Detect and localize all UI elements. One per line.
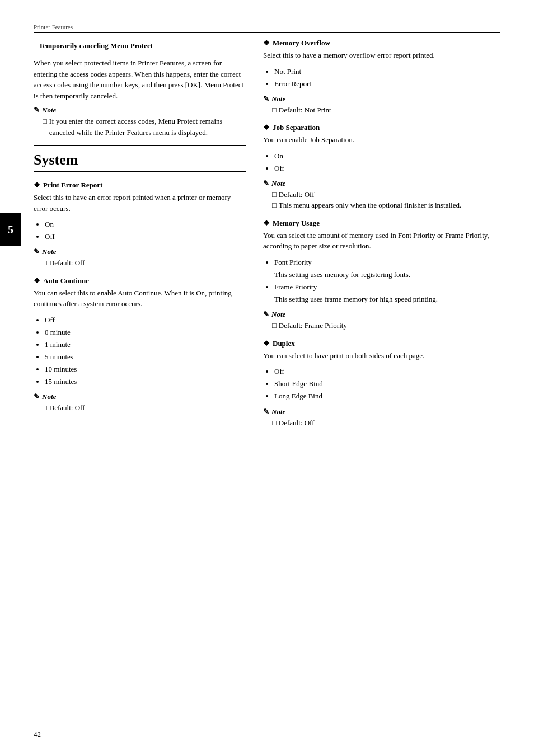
memory-usage-label: Memory Usage (273, 219, 320, 228)
job-separation-desc: You can enable Job Separation. (263, 134, 500, 145)
note-icon-4: ✎ (263, 95, 269, 104)
note-title-7: ✎ Note (263, 407, 500, 416)
js-default: Default: Off (263, 189, 500, 200)
ac-bullet-5: 15 minutes (45, 375, 246, 388)
mu-label-1: Frame Priority (274, 283, 317, 291)
page: Printer Features 5 Temporarily canceling… (0, 0, 534, 756)
note-label-4: Note (271, 95, 285, 104)
auto-continue-title: ❖ Auto Continue (34, 276, 246, 285)
note-icon-6: ✎ (263, 310, 269, 319)
menu-protect-description: When you select protected items in Print… (34, 58, 246, 101)
ac-bullet-2: 1 minute (45, 339, 246, 351)
duplex-default: Default: Off (263, 417, 500, 429)
note-label: Note (42, 106, 56, 115)
js-bullet-0: On (274, 150, 500, 162)
auto-continue-note: ✎ Note Default: Off (34, 392, 246, 414)
mo-bullet-1: Error Report (274, 78, 500, 90)
job-separation-label: Job Separation (273, 123, 320, 132)
diamond-icon-2: ❖ (34, 276, 40, 285)
note-title: ✎ Note (34, 106, 246, 115)
job-separation-bullets: On Off (274, 150, 500, 175)
mu-desc-0: This setting uses memory for registering… (274, 270, 410, 279)
note-icon-5: ✎ (263, 179, 269, 188)
mo-bullet-0: Not Print (274, 65, 500, 78)
note-title-6: ✎ Note (263, 310, 500, 319)
auto-continue-section: ❖ Auto Continue You can select this to e… (34, 276, 246, 414)
auto-continue-label: Auto Continue (43, 276, 89, 285)
memory-overflow-label: Memory Overflow (273, 39, 330, 48)
duplex-note: ✎ Note Default: Off (263, 407, 500, 429)
memory-usage-section: ❖ Memory Usage You can select the amount… (263, 219, 500, 331)
memory-usage-note: ✎ Note Default: Frame Priority (263, 310, 500, 331)
chapter-tab: 5 (0, 213, 21, 246)
menu-protect-note: ✎ Note If you enter the correct access c… (34, 106, 246, 138)
note-title-3: ✎ Note (34, 392, 246, 401)
print-error-report-desc: Select this to have an error report prin… (34, 192, 246, 214)
bullet-off: Off (45, 231, 246, 243)
auto-continue-bullets: Off 0 minute 1 minute 5 minutes 10 minut… (45, 314, 246, 388)
print-error-report-bullets: On Off (45, 218, 246, 243)
mo-default: Default: Not Print (263, 105, 500, 116)
page-number: 42 (34, 730, 41, 739)
diamond-icon-3: ❖ (263, 39, 270, 48)
duplex-bullets: Off Short Edge Bind Long Edge Bind (274, 365, 500, 402)
mu-bullet-1: Frame Priority This setting uses frame m… (274, 281, 500, 306)
note-title-5: ✎ Note (263, 179, 500, 188)
menu-protect-title: Temporarily canceling Menu Protect (34, 39, 246, 53)
print-error-report-section: ❖ Print Error Report Select this to have… (34, 181, 246, 269)
chapter-number: 5 (8, 223, 13, 236)
duplex-bullet-0: Off (274, 365, 500, 378)
note-icon-2: ✎ (34, 247, 40, 256)
note-label-5: Note (271, 179, 285, 188)
memory-overflow-note: ✎ Note Default: Not Print (263, 95, 500, 116)
memory-overflow-bullets: Not Print Error Report (274, 65, 500, 90)
memory-overflow-desc: Select this to have a memory overflow er… (263, 50, 500, 61)
memory-usage-title: ❖ Memory Usage (263, 219, 500, 228)
note-icon-7: ✎ (263, 407, 269, 416)
memory-usage-bullets: Font Priority This setting uses memory f… (274, 256, 500, 306)
job-separation-title: ❖ Job Separation (263, 123, 500, 132)
note-label-7: Note (271, 407, 285, 416)
right-column: ❖ Memory Overflow Select this to have a … (263, 39, 500, 436)
left-column: Temporarily canceling Menu Protect When … (34, 39, 246, 436)
js-bullet-1: Off (274, 162, 500, 175)
duplex-title: ❖ Duplex (263, 339, 500, 348)
js-note-2: This menu appears only when the optional… (263, 200, 500, 211)
ac-bullet-4: 10 minutes (45, 363, 246, 375)
print-error-report-label: Print Error Report (43, 181, 102, 190)
note-label-2: Note (42, 247, 56, 256)
bullet-on: On (45, 218, 246, 231)
ac-bullet-1: 0 minute (45, 326, 246, 339)
job-separation-note: ✎ Note Default: Off This menu appears on… (263, 179, 500, 211)
memory-usage-desc: You can select the amount of memory used… (263, 230, 500, 252)
note-title-4: ✎ Note (263, 95, 500, 104)
duplex-bullet-1: Short Edge Bind (274, 378, 500, 390)
ac-bullet-0: Off (45, 314, 246, 326)
note-item-1: If you enter the correct access codes, M… (34, 116, 246, 138)
mu-label-0: Font Priority (274, 258, 312, 266)
memory-overflow-title: ❖ Memory Overflow (263, 39, 500, 48)
note-icon: ✎ (34, 106, 40, 115)
print-error-default: Default: Off (34, 257, 246, 269)
mu-default: Default: Frame Priority (263, 320, 500, 331)
memory-overflow-section: ❖ Memory Overflow Select this to have a … (263, 39, 500, 115)
diamond-icon-5: ❖ (263, 219, 270, 228)
diamond-icon-6: ❖ (263, 339, 270, 348)
duplex-bullet-2: Long Edge Bind (274, 390, 500, 402)
diamond-icon: ❖ (34, 181, 40, 190)
menu-protect-section: Temporarily canceling Menu Protect When … (34, 39, 246, 138)
diamond-icon-4: ❖ (263, 123, 270, 132)
header: Printer Features (34, 22, 500, 33)
system-heading: System (34, 152, 246, 172)
ac-bullet-3: 5 minutes (45, 351, 246, 363)
divider (34, 145, 246, 146)
mu-desc-1: This setting uses frame memory for high … (274, 295, 438, 303)
duplex-label: Duplex (273, 339, 295, 348)
mu-bullet-0: Font Priority This setting uses memory f… (274, 256, 500, 281)
note-label-6: Note (271, 310, 285, 319)
print-error-report-title: ❖ Print Error Report (34, 181, 246, 190)
note-icon-3: ✎ (34, 392, 40, 401)
two-column-layout: Temporarily canceling Menu Protect When … (34, 39, 500, 436)
job-separation-section: ❖ Job Separation You can enable Job Sepa… (263, 123, 500, 211)
auto-continue-desc: You can select this to enable Auto Conti… (34, 288, 246, 309)
